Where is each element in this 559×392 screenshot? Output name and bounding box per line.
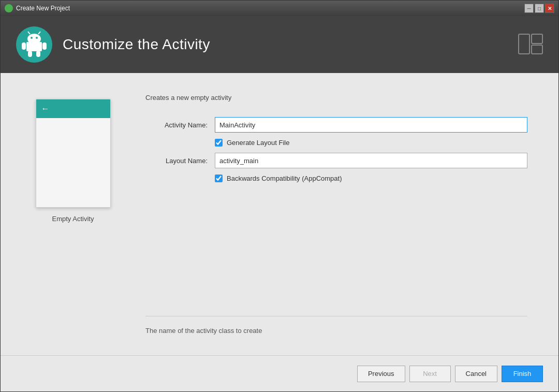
cancel-button[interactable]: Cancel (455, 366, 497, 382)
backwards-compat-row: Backwards Compatibility (AppCompat) (215, 175, 527, 182)
layout-icon (518, 34, 543, 56)
close-button[interactable]: ✕ (545, 4, 554, 13)
maximize-button[interactable]: □ (535, 4, 544, 13)
generate-layout-checkbox[interactable] (215, 139, 223, 147)
backwards-compat-label[interactable]: Backwards Compatibility (AppCompat) (227, 175, 342, 182)
generate-layout-row: Generate Layout File (215, 139, 527, 147)
finish-button[interactable]: Finish (502, 366, 543, 382)
svg-point-0 (6, 6, 11, 11)
svg-rect-11 (36, 51, 40, 57)
phone-content (36, 118, 110, 207)
svg-rect-12 (519, 34, 529, 54)
form-area: Activity Name: Generate Layout File Layo… (145, 117, 527, 306)
next-button[interactable]: Next (409, 366, 451, 382)
phone-top-bar: ← (36, 99, 110, 118)
svg-rect-8 (22, 42, 26, 50)
title-bar-controls: ─ □ ✕ (524, 4, 554, 13)
layout-name-input[interactable] (215, 153, 527, 168)
app-icon (5, 4, 13, 12)
activity-name-label: Activity Name: (145, 121, 208, 129)
svg-rect-9 (42, 42, 47, 50)
main-content: ← Empty Activity Creates a new empty act… (1, 73, 558, 355)
previous-button[interactable]: Previous (357, 366, 405, 382)
right-panel: Creates a new empty activity Activity Na… (145, 94, 527, 335)
description-text: Creates a new empty activity (145, 94, 527, 101)
svg-point-3 (27, 34, 41, 44)
svg-rect-13 (532, 34, 542, 43)
main-window: Create New Project ─ □ ✕ (0, 0, 559, 392)
svg-point-5 (36, 37, 38, 39)
activity-type-label: Empty Activity (52, 215, 94, 223)
phone-back-arrow-icon: ← (41, 104, 50, 113)
activity-name-input[interactable] (215, 117, 527, 133)
svg-point-4 (31, 37, 33, 39)
activity-name-row: Activity Name: (145, 117, 527, 133)
page-title: Customize the Activity (63, 36, 210, 53)
hint-text: The name of the activity class to create (145, 327, 527, 335)
phone-mockup: ← (36, 99, 111, 208)
backwards-compat-checkbox[interactable] (215, 175, 223, 182)
footer: Previous Next Cancel Finish (1, 355, 558, 391)
layout-name-label: Layout Name: (145, 157, 208, 165)
svg-rect-14 (532, 45, 542, 54)
android-logo (16, 26, 52, 63)
header: Customize the Activity (1, 16, 558, 73)
generate-layout-label[interactable]: Generate Layout File (227, 139, 289, 147)
divider (145, 316, 527, 316)
minimize-button[interactable]: ─ (524, 4, 534, 13)
layout-name-row: Layout Name: (145, 153, 527, 168)
title-bar: Create New Project ─ □ ✕ (1, 1, 558, 16)
left-panel: ← Empty Activity (32, 94, 114, 335)
title-bar-text: Create New Project (16, 5, 524, 12)
svg-rect-10 (28, 51, 32, 57)
